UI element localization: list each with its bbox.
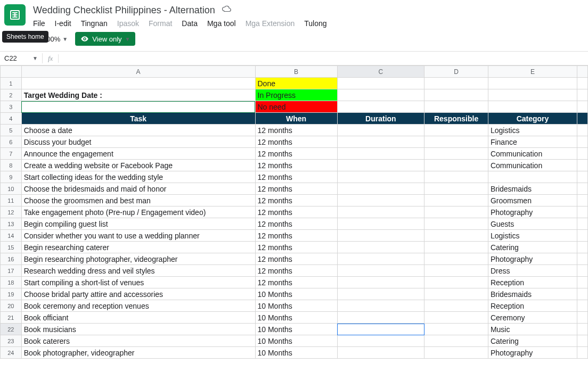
category-cell[interactable] [488, 171, 577, 183]
cell[interactable] [337, 218, 424, 230]
task-cell[interactable]: Begin compiling guest list [21, 218, 255, 230]
row-header[interactable]: 22 [1, 324, 22, 335]
table-header-responsible[interactable]: Responsible [424, 113, 488, 125]
when-cell[interactable]: 12 months [255, 277, 337, 288]
when-cell[interactable]: 12 months [255, 125, 337, 136]
category-cell[interactable]: Photography [488, 206, 577, 218]
cell[interactable] [337, 125, 424, 136]
cell[interactable] [488, 78, 577, 89]
when-cell[interactable]: 12 months [255, 218, 337, 230]
duration-cell[interactable] [424, 335, 488, 347]
duration-cell[interactable] [424, 171, 488, 183]
category-cell[interactable]: Catering [488, 335, 577, 347]
cell[interactable] [577, 136, 588, 148]
row-header[interactable]: 16 [1, 253, 22, 265]
cell[interactable] [577, 265, 588, 277]
category-cell[interactable]: Communication [488, 160, 577, 171]
row-header[interactable]: 19 [1, 288, 22, 300]
when-cell[interactable]: 10 Months [255, 335, 337, 347]
table-header-task[interactable]: Task [21, 113, 255, 125]
task-cell[interactable]: Book photographer, videographer [21, 347, 255, 359]
duration-cell[interactable] [424, 218, 488, 230]
task-cell[interactable]: Discuss your budget [21, 136, 255, 148]
task-cell[interactable]: Begin researching photographer, videogra… [21, 253, 255, 265]
category-cell[interactable]: Dress [488, 265, 577, 277]
task-cell[interactable]: Book ceremony and reception venues [21, 300, 255, 312]
menu-item-tingnan[interactable]: Tingnan [81, 19, 108, 28]
cell[interactable] [577, 277, 588, 288]
category-cell[interactable]: Ceremony [488, 312, 577, 324]
duration-cell[interactable] [424, 242, 488, 253]
cell[interactable] [577, 148, 588, 160]
category-cell[interactable]: Bridesmaids [488, 288, 577, 300]
category-cell[interactable]: Logistics [488, 230, 577, 242]
duration-cell[interactable] [424, 160, 488, 171]
row-header[interactable]: 18 [1, 277, 22, 288]
duration-cell[interactable] [424, 300, 488, 312]
when-cell[interactable]: 12 months [255, 265, 337, 277]
duration-cell[interactable] [424, 148, 488, 160]
task-cell[interactable]: Choose the groomsmen and best man [21, 195, 255, 206]
duration-cell[interactable] [424, 253, 488, 265]
row-header[interactable]: 6 [1, 136, 22, 148]
category-cell[interactable]: Guests [488, 218, 577, 230]
duration-cell[interactable] [424, 183, 488, 195]
cell[interactable] [577, 312, 588, 324]
category-cell[interactable]: Groomsmen [488, 195, 577, 206]
cell[interactable] [337, 300, 424, 312]
cell[interactable] [577, 78, 588, 89]
cell[interactable] [337, 265, 424, 277]
task-cell[interactable]: Take engagement photo (Pre-nup / Engagem… [21, 206, 255, 218]
name-box[interactable]: C22 ▼ [0, 53, 43, 63]
task-cell[interactable]: Choose the bridesmaids and maid of honor [21, 183, 255, 195]
category-cell[interactable]: Reception [488, 300, 577, 312]
task-cell[interactable]: Start collecting ideas for the wedding s… [21, 171, 255, 183]
cell[interactable] [577, 125, 588, 136]
cell[interactable] [337, 335, 424, 347]
menu-item-data[interactable]: Data [182, 19, 198, 28]
duration-cell[interactable] [424, 230, 488, 242]
cell[interactable] [577, 218, 588, 230]
duration-cell[interactable] [424, 288, 488, 300]
menu-item-tulong[interactable]: Tulong [304, 19, 326, 28]
cell[interactable] [577, 230, 588, 242]
task-cell[interactable]: Begin researching caterer [21, 242, 255, 253]
when-cell[interactable]: 10 Months [255, 312, 337, 324]
row-header[interactable]: 10 [1, 183, 22, 195]
row-header[interactable]: 12 [1, 206, 22, 218]
cell[interactable] [577, 160, 588, 171]
category-cell[interactable]: Communication [488, 148, 577, 160]
cell[interactable] [577, 89, 588, 101]
category-cell[interactable]: Reception [488, 277, 577, 288]
menu-item-mga-tool[interactable]: Mga tool [207, 19, 236, 28]
when-cell[interactable]: 12 months [255, 136, 337, 148]
col-header-F[interactable] [577, 66, 588, 78]
task-cell[interactable]: Choose a date [21, 125, 255, 136]
menu-item-file[interactable]: File [33, 19, 45, 28]
when-cell[interactable]: 12 months [255, 195, 337, 206]
duration-cell[interactable] [424, 324, 488, 335]
cell[interactable] [577, 101, 588, 113]
row-header[interactable]: 1 [1, 78, 22, 89]
duration-cell[interactable] [424, 125, 488, 136]
task-cell[interactable]: Announce the engagement [21, 148, 255, 160]
row-header[interactable]: 9 [1, 171, 22, 183]
cell[interactable] [337, 78, 424, 89]
cell[interactable] [424, 101, 488, 113]
table-header-when[interactable]: When [255, 113, 337, 125]
table-header-category[interactable]: Category [488, 113, 577, 125]
sheets-logo[interactable] [4, 4, 26, 26]
status-done[interactable]: Done [255, 78, 337, 89]
cell[interactable] [577, 347, 588, 359]
category-cell[interactable]: Music [488, 324, 577, 335]
cell[interactable] [337, 347, 424, 359]
cell[interactable] [577, 253, 588, 265]
cell[interactable] [21, 78, 255, 89]
cell[interactable] [488, 101, 577, 113]
cell[interactable] [337, 171, 424, 183]
row-header[interactable]: 7 [1, 148, 22, 160]
when-cell[interactable]: 12 months [255, 253, 337, 265]
cell[interactable] [424, 78, 488, 89]
cell[interactable] [337, 242, 424, 253]
target-date-label[interactable]: Target Wedding Date : [21, 89, 255, 101]
